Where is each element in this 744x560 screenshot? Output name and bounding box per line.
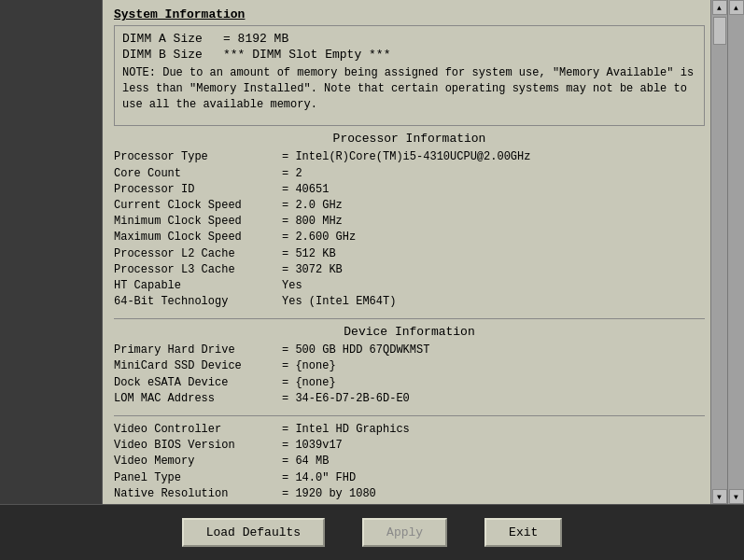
row-label: HT Capable <box>114 278 282 293</box>
row-value: Yes (Intel EM64T) <box>282 294 705 309</box>
info-panel: System Information DIMM A Size = 8192 MB… <box>103 0 727 504</box>
table-row: Video Controller= Intel HD Graphics <box>114 422 705 437</box>
dimm-a-value: = 8192 MB <box>223 32 288 46</box>
right-scroll-down[interactable]: ▼ <box>729 489 744 504</box>
row-label: Processor L2 Cache <box>114 246 282 261</box>
apply-button[interactable]: Apply <box>362 518 447 547</box>
row-value: = 64 MB <box>282 454 705 469</box>
row-value: Yes <box>282 278 705 293</box>
row-value: = {none} <box>282 375 705 390</box>
processor-table: Processor Type= Intel(R)Core(TM)i5-4310U… <box>114 149 705 309</box>
scroll-up-arrow[interactable]: ▲ <box>712 0 727 15</box>
row-value: = {none} <box>282 358 705 373</box>
video-table: Video Controller= Intel HD GraphicsVideo… <box>114 422 705 501</box>
row-value: = 40651 <box>282 182 705 197</box>
table-row: Primary Hard Drive= 500 GB HDD 67QDWKMST <box>114 343 705 357</box>
row-value: = 500 GB HDD 67QDWKMST <box>282 343 705 357</box>
row-value: = 2.0 GHz <box>282 198 705 213</box>
table-row: Processor ID= 40651 <box>114 182 705 197</box>
dimm-b-row: DIMM B Size *** DIMM Slot Empty *** <box>122 48 696 62</box>
row-value: = 800 MHz <box>282 214 705 229</box>
row-label: Native Resolution <box>114 486 282 501</box>
dimm-a-label: DIMM A Size <box>122 32 216 46</box>
row-value: = 1039v17 <box>282 438 705 453</box>
row-label: MiniCard SSD Device <box>114 358 282 373</box>
row-value: = 512 KB <box>282 246 705 261</box>
row-label: Video BIOS Version <box>114 438 282 453</box>
right-scrollbar[interactable]: ▲ ▼ <box>727 0 744 504</box>
row-value: = 1920 by 1080 <box>282 486 705 501</box>
device-table: Primary Hard Drive= 500 GB HDD 67QDWKMST… <box>114 343 705 406</box>
table-row: MiniCard SSD Device= {none} <box>114 358 705 373</box>
left-sidebar <box>0 0 103 504</box>
table-row: Core Count= 2 <box>114 166 705 181</box>
video-section: Video Controller= Intel HD GraphicsVideo… <box>114 422 705 501</box>
separator-2 <box>114 415 705 416</box>
table-row: Processor L3 Cache= 3072 KB <box>114 262 705 277</box>
row-value: = Intel(R)Core(TM)i5-4310UCPU@2.00GHz <box>282 149 705 164</box>
row-label: Processor L3 Cache <box>114 262 282 277</box>
screen: System Information DIMM A Size = 8192 MB… <box>0 0 744 560</box>
right-scroll-up[interactable]: ▲ <box>729 0 744 15</box>
scroll-track[interactable] <box>711 15 727 489</box>
memory-section: DIMM A Size = 8192 MB DIMM B Size *** DI… <box>114 25 705 126</box>
scroll-thumb[interactable] <box>713 17 726 45</box>
table-row: LOM MAC Address= 34-E6-D7-2B-6D-E0 <box>114 391 705 406</box>
load-defaults-button[interactable]: Load Defaults <box>182 518 325 547</box>
row-value: = 2.600 GHz <box>282 230 705 245</box>
row-label: Video Controller <box>114 422 282 437</box>
exit-button[interactable]: Exit <box>484 518 562 547</box>
main-area: System Information DIMM A Size = 8192 MB… <box>0 0 744 504</box>
row-label: Panel Type <box>114 470 282 485</box>
bottom-bar: Load Defaults Apply Exit <box>0 504 744 560</box>
row-value: = Intel HD Graphics <box>282 422 705 437</box>
row-label: Primary Hard Drive <box>114 343 282 357</box>
dimm-b-label: DIMM B Size <box>122 48 216 62</box>
processor-section-title: Processor Information <box>114 132 705 146</box>
processor-section: Processor Information Processor Type= In… <box>114 132 705 309</box>
row-label: 64-Bit Technology <box>114 294 282 309</box>
row-label: Minimum Clock Speed <box>114 214 282 229</box>
table-row: Current Clock Speed= 2.0 GHz <box>114 198 705 213</box>
table-row: Video BIOS Version= 1039v17 <box>114 438 705 453</box>
device-section-title: Device Information <box>114 325 705 339</box>
separator-1 <box>114 318 705 319</box>
row-value: = 34-E6-D7-2B-6D-E0 <box>282 391 705 406</box>
row-label: Processor Type <box>114 149 282 164</box>
right-scroll-track[interactable] <box>728 15 744 489</box>
table-row: HT CapableYes <box>114 278 705 293</box>
memory-note: NOTE: Due to an amount of memory being a… <box>122 65 696 112</box>
row-label: Dock eSATA Device <box>114 375 282 390</box>
table-row: 64-Bit TechnologyYes (Intel EM64T) <box>114 294 705 309</box>
row-label: Maximum Clock Speed <box>114 230 282 245</box>
table-row: Processor L2 Cache= 512 KB <box>114 246 705 261</box>
row-label: Processor ID <box>114 182 282 197</box>
dimm-b-value: *** DIMM Slot Empty *** <box>223 48 390 62</box>
table-row: Processor Type= Intel(R)Core(TM)i5-4310U… <box>114 149 705 164</box>
dimm-a-row: DIMM A Size = 8192 MB <box>122 32 696 46</box>
scroll-down-arrow[interactable]: ▼ <box>712 489 727 504</box>
device-section: Device Information Primary Hard Drive= 5… <box>114 325 705 406</box>
table-row: Dock eSATA Device= {none} <box>114 375 705 390</box>
table-row: Panel Type= 14.0" FHD <box>114 470 705 485</box>
scrollbar[interactable]: ▲ ▼ <box>710 0 727 504</box>
row-label: LOM MAC Address <box>114 391 282 406</box>
row-label: Core Count <box>114 166 282 181</box>
row-value: = 3072 KB <box>282 262 705 277</box>
table-row: Native Resolution= 1920 by 1080 <box>114 486 705 501</box>
system-info-title: System Information <box>114 7 705 21</box>
table-row: Video Memory= 64 MB <box>114 454 705 469</box>
table-row: Maximum Clock Speed= 2.600 GHz <box>114 230 705 245</box>
table-row: Minimum Clock Speed= 800 MHz <box>114 214 705 229</box>
row-value: = 14.0" FHD <box>282 470 705 485</box>
row-label: Current Clock Speed <box>114 198 282 213</box>
row-value: = 2 <box>282 166 705 181</box>
row-label: Video Memory <box>114 454 282 469</box>
